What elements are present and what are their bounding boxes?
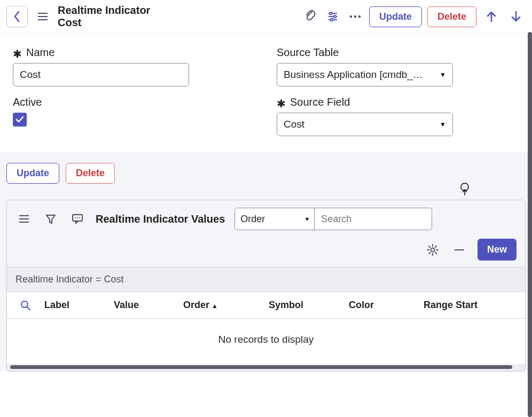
next-record-button[interactable] <box>506 7 526 26</box>
page-title-block: Realtime Indicator Cost <box>58 4 150 29</box>
col-order[interactable]: Order▲ <box>183 300 269 311</box>
col-value[interactable]: Value <box>114 300 183 311</box>
ellipsis-icon <box>349 15 361 18</box>
chevron-down-icon: ▼ <box>440 71 446 78</box>
name-label: Name <box>26 46 54 59</box>
source-field-select[interactable]: Cost ▼ <box>277 113 453 136</box>
list-toolbar: Realtime Indicator Values Order ▾ <box>7 200 525 234</box>
svg-point-2 <box>331 19 333 21</box>
page-title-line2: Cost <box>58 17 150 29</box>
menu-icon <box>38 13 48 20</box>
empty-state: No records to display <box>7 319 525 364</box>
list-filter-breadcrumb[interactable]: Realtime Indicator = Cost <box>7 267 525 292</box>
search-field-select[interactable]: Order ▾ <box>234 208 315 230</box>
menu-icon <box>19 215 29 223</box>
col-label[interactable]: Label <box>44 300 114 311</box>
source-table-field: Source Table Business Application [cmdb_… <box>277 46 519 86</box>
back-button[interactable] <box>6 6 28 27</box>
svg-point-9 <box>79 217 80 218</box>
active-field: Active <box>13 96 255 136</box>
minus-icon <box>455 249 464 251</box>
required-icon: ✱ <box>13 49 22 59</box>
list-horizontal-scrollbar[interactable] <box>7 364 525 371</box>
svg-point-7 <box>75 217 76 218</box>
list-title: Realtime Indicator Values <box>96 213 225 225</box>
active-checkbox[interactable] <box>13 113 27 127</box>
more-actions-button[interactable] <box>347 8 364 25</box>
update-button-bottom[interactable]: Update <box>6 163 59 184</box>
page-vertical-scrollbar[interactable] <box>528 32 532 417</box>
list-settings-button[interactable] <box>424 241 441 258</box>
svg-point-3 <box>350 15 352 18</box>
collapse-button[interactable] <box>451 241 468 258</box>
check-icon <box>15 116 24 123</box>
svg-point-1 <box>334 15 336 18</box>
list-toolbar-right: New <box>7 234 525 267</box>
form-header: Realtime Indicator Cost Update Delete <box>0 0 532 34</box>
menu-button[interactable] <box>34 8 51 25</box>
form-body: ✱ Name Source Table Business Application… <box>0 34 532 152</box>
arrow-up-icon <box>486 11 497 22</box>
svg-point-0 <box>330 12 332 14</box>
new-button[interactable]: New <box>478 239 517 261</box>
svg-point-10 <box>431 248 434 251</box>
svg-point-12 <box>21 301 28 308</box>
delete-button-bottom[interactable]: Delete <box>66 163 115 184</box>
arrow-down-icon <box>511 11 521 22</box>
list-search-input[interactable] <box>315 208 432 230</box>
personalize-button[interactable] <box>324 8 341 25</box>
svg-point-5 <box>358 15 361 18</box>
required-icon: ✱ <box>277 98 286 109</box>
col-range-start[interactable]: Range Start <box>424 300 509 311</box>
previous-record-button[interactable] <box>482 7 501 26</box>
sort-asc-icon: ▲ <box>212 302 218 310</box>
funnel-icon <box>45 214 56 224</box>
svg-rect-11 <box>455 249 464 250</box>
gear-icon <box>427 244 439 256</box>
active-label: Active <box>13 96 42 108</box>
list-menu-button[interactable] <box>15 210 33 227</box>
attachments-button[interactable] <box>302 8 319 25</box>
source-table-value: Business Application [cmdb_… <box>284 69 423 81</box>
search-field-value: Order <box>240 214 265 225</box>
source-field-field: ✱ Source Field Cost ▼ <box>277 96 519 136</box>
name-input[interactable] <box>13 63 189 86</box>
activity-button[interactable] <box>69 210 86 227</box>
chevron-down-icon: ▾ <box>306 215 309 223</box>
col-symbol[interactable]: Symbol <box>269 300 349 311</box>
svg-point-8 <box>77 217 78 218</box>
header-actions: Update Delete <box>302 6 526 27</box>
form-button-bar: Update Delete <box>0 152 532 194</box>
table-header: Label Value Order▲ Symbol Color Range St… <box>7 292 525 319</box>
chevron-down-icon: ▼ <box>440 121 446 128</box>
delete-button[interactable]: Delete <box>427 6 476 27</box>
source-table-label: Source Table <box>277 46 339 59</box>
source-field-value: Cost <box>284 119 304 130</box>
source-table-select[interactable]: Business Application [cmdb_… ▼ <box>277 63 453 86</box>
sliders-icon <box>327 11 339 22</box>
chevron-left-icon <box>13 11 21 22</box>
update-button[interactable]: Update <box>369 6 422 27</box>
filter-button[interactable] <box>42 210 59 227</box>
column-search-button[interactable] <box>7 300 44 311</box>
source-field-label: Source Field <box>290 96 350 108</box>
chat-icon <box>72 214 83 224</box>
search-icon <box>20 300 31 311</box>
page-title-line1: Realtime Indicator <box>58 4 150 17</box>
related-list-panel: Realtime Indicator Values Order ▾ New Re… <box>6 200 526 372</box>
name-field: ✱ Name <box>13 46 255 86</box>
paperclip-icon <box>304 10 316 23</box>
svg-point-4 <box>354 15 356 18</box>
col-color[interactable]: Color <box>349 300 424 311</box>
